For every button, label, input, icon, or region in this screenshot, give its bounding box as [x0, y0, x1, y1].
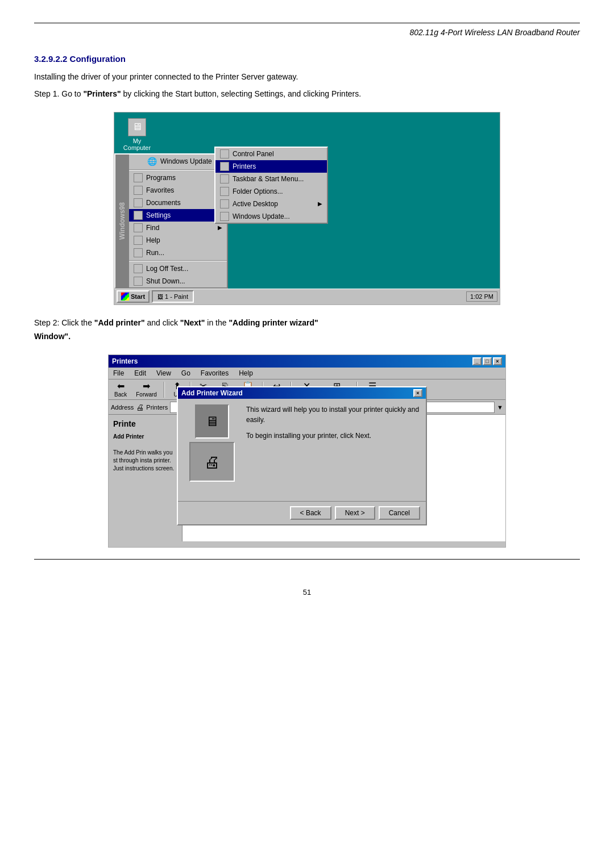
taskbar-items: 🖼 1 - Paint [152, 290, 466, 303]
printers-window: Printers _ □ × File Edit View Go Favorit… [109, 355, 505, 547]
windows-update-icon [220, 212, 229, 221]
start-menu-items: 🌐 Windows Update Programs ▶ Favorites [129, 155, 227, 287]
header-title: 802.11g 4-Port Wireless LAN Broadband Ro… [34, 28, 580, 37]
taskbar-paint[interactable]: 🖼 1 - Paint [152, 290, 194, 303]
start-menu: Windows98 🌐 Windows Update Programs ▶ [114, 153, 228, 289]
folder-options-icon [220, 187, 229, 196]
maximize-button[interactable]: □ [483, 357, 492, 365]
printers-menubar: File Edit View Go Favorites Help [109, 368, 505, 379]
printers-title: Printers [112, 357, 138, 365]
active-desktop-icon [220, 199, 229, 208]
menu-documents[interactable]: Documents ▶ [129, 197, 227, 209]
addressbar-path: Printers [146, 404, 168, 411]
desktop-mycomputer: 🖥 My Computer [120, 118, 154, 151]
wizard-intro2: To begin installing your printer, click … [246, 431, 420, 441]
start-menu-sidebar: Windows98 [115, 155, 129, 287]
submenu-printers[interactable]: Printers [215, 160, 327, 173]
taskbar-icon [220, 174, 229, 183]
programs-icon [134, 173, 143, 182]
page-number: 51 [34, 582, 580, 596]
close-button[interactable]: × [493, 357, 502, 365]
wizard-top-image: 🖥 [195, 404, 229, 439]
menu-go[interactable]: Go [179, 369, 193, 378]
win98-taskbar: Start 🖼 1 - Paint 1:02 PM [114, 289, 500, 304]
submenu-windows-update[interactable]: Windows Update... [215, 210, 327, 223]
start-button[interactable]: Start [117, 290, 150, 303]
wizard-next-button[interactable]: Next > [335, 506, 375, 520]
wizard-titlebar: Add Printer Wizard × [178, 387, 426, 399]
step1-text: Step 1. Go to "Printers" by clicking the… [34, 87, 580, 100]
wizard-cancel-button[interactable]: Cancel [379, 506, 420, 520]
wizard-titlebar-buttons: × [413, 389, 422, 397]
section-heading: 3.2.9.2.2 Configuration [34, 54, 580, 64]
addressbar-label: Address [111, 404, 134, 411]
addressbar-printer-icon: 🖨 [136, 403, 144, 412]
help-icon [134, 236, 143, 245]
controlpanel-icon [220, 149, 229, 158]
menu-programs[interactable]: Programs ▶ [129, 172, 227, 184]
win98-desktop: 🖥 My Computer Windows98 🌐 Windows Update [114, 112, 500, 304]
wizard-left-panel: 🖥 🖨 [184, 404, 240, 495]
sidebar-desc: Add Printer The Add Prin walks you st th… [113, 433, 177, 473]
menu-file[interactable]: File [111, 369, 126, 378]
submenu-folder-options[interactable]: Folder Options... [215, 185, 327, 198]
footer-rule [34, 559, 580, 560]
toolbar-back[interactable]: ⬅ Back [111, 379, 130, 400]
toolbar-separator-1 [164, 382, 165, 398]
wizard-right-panel: This wizard will help you to install you… [246, 404, 420, 495]
wizard-title: Add Printer Wizard [181, 389, 243, 397]
add-printer-wizard: Add Printer Wizard × 🖥 🖨 [177, 386, 427, 525]
menu-settings[interactable]: Settings ▶ [129, 209, 227, 222]
settings-icon [134, 211, 143, 220]
screenshot1-container: 🖥 My Computer Windows98 🌐 Windows Update [114, 112, 500, 305]
mycomputer-icon: 🖥 [128, 118, 146, 136]
wizard-printer-icon: 🖨 [204, 453, 220, 471]
intro-text: Installing the driver of your printer co… [34, 70, 580, 83]
printers-titlebar: Printers _ □ × [109, 355, 505, 368]
printers-sidebar: Printe Add Printer The Add Prin walks yo… [109, 415, 182, 541]
logoff-icon [134, 264, 143, 273]
step2-text: Step 2: Click the "Add printer" and clic… [34, 316, 580, 344]
page-container: 802.11g 4-Port Wireless LAN Broadband Ro… [0, 0, 614, 631]
submenu-controlpanel[interactable]: Control Panel [215, 148, 327, 160]
shutdown-icon [134, 277, 143, 286]
wizard-close-button[interactable]: × [413, 389, 422, 397]
menu-logoff[interactable]: Log Off Test... [129, 262, 227, 275]
menu-help[interactable]: Help [237, 369, 255, 378]
minimize-button[interactable]: _ [472, 357, 482, 365]
menu-divider-2 [129, 260, 227, 261]
menu-find[interactable]: Find ▶ [129, 222, 227, 234]
submenu-active-desktop[interactable]: Active Desktop ▶ [215, 198, 327, 210]
wizard-intro1: This wizard will help you to install you… [246, 404, 420, 425]
printers-icon [220, 162, 229, 171]
menu-view[interactable]: View [154, 369, 173, 378]
wizard-back-button[interactable]: < Back [290, 506, 331, 520]
documents-icon [134, 198, 143, 207]
menu-divider-1 [129, 169, 227, 170]
settings-submenu: Control Panel Printers Taskbar & Start M… [214, 147, 328, 224]
titlebar-buttons: _ □ × [472, 357, 502, 365]
windows-logo-icon [121, 293, 129, 301]
wizard-bottom-image: 🖨 [189, 442, 235, 482]
find-icon [134, 223, 143, 232]
taskbar-clock: 1:02 PM [466, 291, 497, 302]
sidebar-title: Printe [113, 419, 177, 428]
menu-run[interactable]: Run... [129, 247, 227, 259]
run-icon [134, 248, 143, 257]
menu-favorites[interactable]: Favorites [198, 369, 231, 378]
favorites-icon [134, 186, 143, 195]
menu-shutdown[interactable]: Shut Down... [129, 275, 227, 287]
menu-favorites[interactable]: Favorites ▶ [129, 184, 227, 197]
windows-update-item: 🌐 Windows Update [129, 155, 227, 168]
wizard-footer: < Back Next > Cancel [178, 501, 426, 524]
back-icon: ⬅ [117, 382, 125, 391]
toolbar-forward[interactable]: ➡ Forward [132, 379, 160, 400]
forward-icon: ➡ [143, 382, 150, 391]
wizard-body: 🖥 🖨 This wizard will help you to install… [178, 399, 426, 501]
wizard-pc-icon: 🖥 [205, 414, 219, 429]
menu-help[interactable]: Help [129, 234, 227, 247]
screenshot2-container: Printers _ □ × File Edit View Go Favorit… [108, 354, 506, 548]
header-rule [34, 23, 580, 23]
menu-edit[interactable]: Edit [132, 369, 148, 378]
submenu-taskbar[interactable]: Taskbar & Start Menu... [215, 173, 327, 185]
